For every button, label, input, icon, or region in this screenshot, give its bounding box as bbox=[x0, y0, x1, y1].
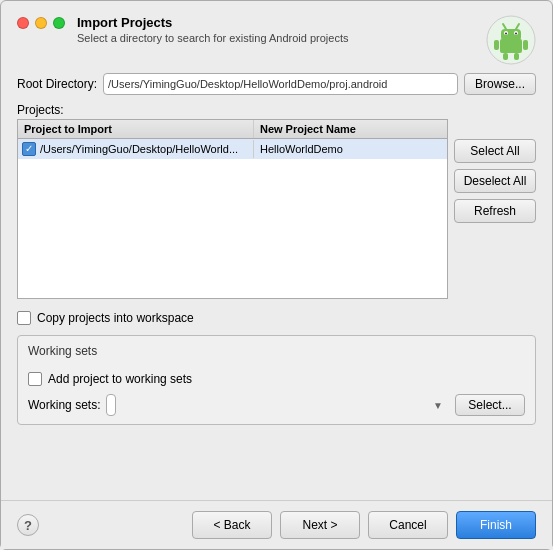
bottom-bar: ? < Back Next > Cancel Finish bbox=[1, 500, 552, 549]
svg-point-6 bbox=[515, 33, 517, 35]
svg-rect-12 bbox=[514, 53, 519, 60]
working-sets-select-wrapper: ▼ bbox=[106, 394, 449, 416]
close-button[interactable] bbox=[17, 17, 29, 29]
dialog-title: Import Projects bbox=[77, 15, 486, 30]
table-header: Project to Import New Project Name bbox=[18, 120, 447, 139]
svg-rect-2 bbox=[501, 29, 521, 41]
select-all-button[interactable]: Select All bbox=[454, 139, 536, 163]
back-button[interactable]: < Back bbox=[192, 511, 272, 539]
working-sets-select[interactable] bbox=[106, 394, 116, 416]
working-sets-title: Working sets bbox=[28, 344, 525, 358]
projects-section: Projects: Project to Import New Project … bbox=[17, 103, 536, 299]
android-icon bbox=[486, 15, 536, 65]
svg-rect-10 bbox=[523, 40, 528, 50]
projects-label: Projects: bbox=[17, 103, 536, 117]
working-sets-select-row: Working sets: ▼ Select... bbox=[28, 394, 525, 416]
copy-projects-row: Copy projects into workspace bbox=[17, 311, 536, 325]
title-content: Import Projects Select a directory to se… bbox=[77, 15, 486, 44]
svg-rect-11 bbox=[503, 53, 508, 60]
table-row-empty-6 bbox=[18, 259, 447, 279]
import-projects-dialog: Import Projects Select a directory to se… bbox=[0, 0, 553, 550]
svg-point-5 bbox=[505, 33, 507, 35]
browse-button[interactable]: Browse... bbox=[464, 73, 536, 95]
dialog-content: Root Directory: Browse... Projects: Proj… bbox=[1, 73, 552, 500]
checkmark-icon: ✓ bbox=[25, 144, 33, 154]
root-directory-row: Root Directory: Browse... bbox=[17, 73, 536, 95]
project-checkbox[interactable]: ✓ bbox=[22, 142, 36, 156]
title-bar: Import Projects Select a directory to se… bbox=[1, 1, 552, 73]
table-row-empty-3 bbox=[18, 199, 447, 219]
col-new-project-name: New Project Name bbox=[254, 120, 447, 138]
table-row-empty-2 bbox=[18, 179, 447, 199]
cancel-button[interactable]: Cancel bbox=[368, 511, 448, 539]
next-button[interactable]: Next > bbox=[280, 511, 360, 539]
project-name-cell: HelloWorldDemo bbox=[254, 141, 447, 157]
minimize-button[interactable] bbox=[35, 17, 47, 29]
table-row-empty-4 bbox=[18, 219, 447, 239]
root-directory-input[interactable] bbox=[103, 73, 458, 95]
svg-rect-1 bbox=[500, 39, 522, 53]
svg-rect-9 bbox=[494, 40, 499, 50]
col-project-to-import: Project to Import bbox=[18, 120, 254, 138]
refresh-button[interactable]: Refresh bbox=[454, 199, 536, 223]
project-path-cell: ✓ /Users/YimingGuo/Desktop/HelloWorld... bbox=[18, 140, 254, 158]
working-sets-label: Working sets: bbox=[28, 398, 100, 412]
project-path: /Users/YimingGuo/Desktop/HelloWorld... bbox=[40, 143, 238, 155]
deselect-all-button[interactable]: Deselect All bbox=[454, 169, 536, 193]
dialog-subtitle: Select a directory to search for existin… bbox=[77, 32, 486, 44]
copy-projects-label: Copy projects into workspace bbox=[37, 311, 194, 325]
table-row-empty-7 bbox=[18, 279, 447, 299]
help-button[interactable]: ? bbox=[17, 514, 39, 536]
table-row-empty-1 bbox=[18, 159, 447, 179]
table-row-empty-5 bbox=[18, 239, 447, 259]
side-buttons: Select All Deselect All Refresh bbox=[454, 119, 536, 299]
add-working-sets-checkbox[interactable] bbox=[28, 372, 42, 386]
root-directory-label: Root Directory: bbox=[17, 77, 97, 91]
working-sets-box: Working sets Add project to working sets… bbox=[17, 335, 536, 425]
projects-table: Project to Import New Project Name ✓ /Us… bbox=[17, 119, 448, 299]
traffic-lights bbox=[17, 17, 65, 29]
copy-projects-checkbox[interactable] bbox=[17, 311, 31, 325]
add-working-sets-label: Add project to working sets bbox=[48, 372, 192, 386]
finish-button[interactable]: Finish bbox=[456, 511, 536, 539]
table-row[interactable]: ✓ /Users/YimingGuo/Desktop/HelloWorld...… bbox=[18, 139, 447, 159]
projects-container: Project to Import New Project Name ✓ /Us… bbox=[17, 119, 536, 299]
maximize-button[interactable] bbox=[53, 17, 65, 29]
select-working-sets-button[interactable]: Select... bbox=[455, 394, 525, 416]
chevron-down-icon: ▼ bbox=[433, 400, 443, 411]
add-to-working-sets-row: Add project to working sets bbox=[28, 372, 525, 386]
